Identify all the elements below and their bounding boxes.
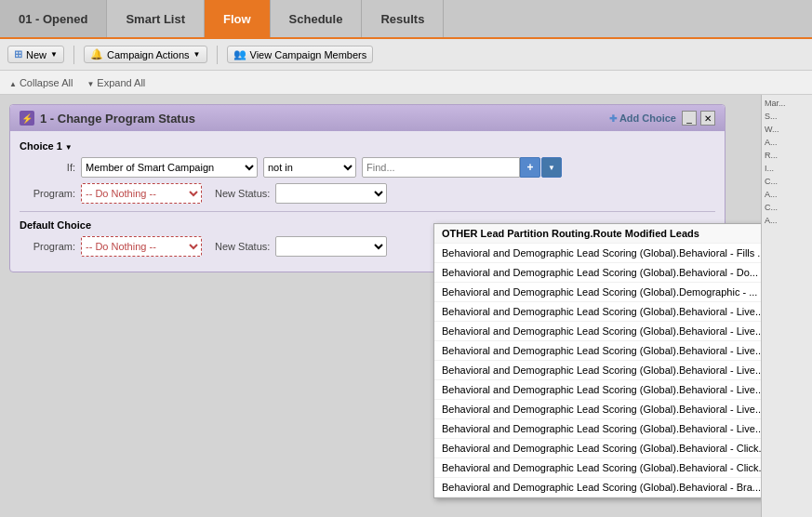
member-select[interactable]: Member of Smart Campaign bbox=[81, 157, 258, 178]
right-panel-item: A... bbox=[764, 136, 810, 149]
value-input[interactable] bbox=[362, 157, 520, 178]
toolbar: ⊞ New 🔔 Campaign Actions 👥 View Campaign… bbox=[0, 39, 812, 71]
dropdown-item[interactable]: Behavioral and Demographic Lead Scoring … bbox=[434, 400, 761, 419]
default-status-select[interactable] bbox=[275, 236, 387, 257]
add-choice-button[interactable]: Add Choice bbox=[609, 113, 676, 124]
campaign-actions-icon: 🔔 bbox=[90, 48, 103, 60]
dropdown-item[interactable]: Behavioral and Demographic Lead Scoring … bbox=[434, 478, 761, 497]
new-button[interactable]: ⊞ New bbox=[7, 46, 64, 63]
dropdown-item[interactable]: Behavioral and Demographic Lead Scoring … bbox=[434, 322, 761, 341]
view-members-icon: 👥 bbox=[233, 48, 246, 60]
choice1-program-row: Program: -- Do Nothing -- New Status: bbox=[20, 183, 715, 204]
condition-select[interactable]: not in bbox=[263, 157, 356, 178]
value-chevron-icon: ▼ bbox=[548, 164, 555, 172]
step-header: ⚡ 1 - Change Program Status Add Choice _… bbox=[10, 105, 725, 131]
value-dropdown-button[interactable]: ▼ bbox=[541, 157, 562, 178]
default-program-label: Program: bbox=[20, 241, 75, 252]
tab-flow[interactable]: Flow bbox=[205, 0, 271, 37]
dropdown-item[interactable]: Behavioral and Demographic Lead Scoring … bbox=[434, 263, 761, 283]
if-label: If: bbox=[20, 162, 75, 173]
main-content: ⚡ 1 - Change Program Status Add Choice _… bbox=[0, 95, 812, 517]
expand-icon bbox=[87, 77, 94, 88]
right-panel-item: W... bbox=[764, 123, 810, 136]
dropdown-overlay: OTHER Lead Partition Routing.Route Modif… bbox=[433, 223, 761, 498]
view-members-button[interactable]: 👥 View Campaign Members bbox=[227, 46, 374, 63]
default-program-select[interactable]: -- Do Nothing -- bbox=[81, 236, 202, 257]
dropdown-item[interactable]: Behavioral and Demographic Lead Scoring … bbox=[434, 458, 761, 478]
view-members-label: View Campaign Members bbox=[250, 49, 367, 60]
choice1-label: Choice 1 bbox=[20, 140, 715, 152]
step-close-button[interactable]: ✕ bbox=[700, 111, 715, 126]
expand-all-label: Expand All bbox=[97, 77, 145, 88]
tab-smartlist-label: Smart List bbox=[126, 12, 185, 26]
choice1-if-row: If: Member of Smart Campaign not in + ▼ bbox=[20, 157, 715, 178]
tab-opened[interactable]: 01 - Opened bbox=[0, 0, 107, 37]
toolbar-divider-2 bbox=[217, 46, 218, 64]
step-title: ⚡ 1 - Change Program Status bbox=[20, 111, 195, 126]
right-panel-item: I... bbox=[764, 162, 810, 175]
new-status-label: New Status: bbox=[207, 188, 270, 199]
dropdown-item[interactable]: Behavioral and Demographic Lead Scoring … bbox=[434, 361, 761, 380]
new-icon: ⊞ bbox=[14, 48, 22, 60]
dropdown-item[interactable]: Behavioral and Demographic Lead Scoring … bbox=[434, 283, 761, 302]
dropdown-item[interactable]: Behavioral and Demographic Lead Scoring … bbox=[434, 244, 761, 263]
value-plus-icon: + bbox=[526, 161, 533, 174]
add-choice-plus-icon bbox=[609, 113, 617, 124]
collapse-all-label: Collapse All bbox=[20, 77, 73, 88]
tab-schedule-label: Schedule bbox=[289, 12, 343, 26]
campaign-actions-label: Campaign Actions bbox=[107, 49, 190, 60]
campaign-actions-chevron-icon bbox=[193, 50, 201, 59]
collapse-icon bbox=[9, 77, 17, 88]
default-new-status-label: New Status: bbox=[207, 241, 270, 252]
step-icon: ⚡ bbox=[20, 111, 34, 126]
step-minimize-button[interactable]: _ bbox=[682, 111, 697, 126]
dropdown-item[interactable]: Behavioral and Demographic Lead Scoring … bbox=[434, 341, 761, 361]
tab-results-label: Results bbox=[380, 12, 424, 26]
add-choice-label: Add Choice bbox=[619, 113, 676, 124]
right-panel-item: S... bbox=[764, 110, 810, 123]
tab-results[interactable]: Results bbox=[362, 0, 444, 37]
right-panel-item: A... bbox=[764, 214, 810, 227]
right-panel-item: A... bbox=[764, 188, 810, 201]
top-nav: 01 - Opened Smart List Flow Schedule Res… bbox=[0, 0, 812, 39]
choice1-program-select[interactable]: -- Do Nothing -- bbox=[81, 183, 202, 204]
collapse-all-button[interactable]: Collapse All bbox=[9, 77, 73, 88]
step-title-text: 1 - Change Program Status bbox=[40, 112, 195, 126]
flow-canvas: ⚡ 1 - Change Program Status Add Choice _… bbox=[0, 95, 761, 517]
value-add-button[interactable]: + bbox=[520, 157, 540, 178]
dropdown-item[interactable]: Behavioral and Demographic Lead Scoring … bbox=[434, 302, 761, 322]
right-panel-item: R... bbox=[764, 149, 810, 162]
tab-flow-label: Flow bbox=[223, 12, 251, 26]
right-panel-item: C... bbox=[764, 175, 810, 188]
collapse-bar: Collapse All Expand All bbox=[0, 71, 812, 95]
value-container: + ▼ bbox=[362, 157, 562, 178]
tab-opened-label: 01 - Opened bbox=[19, 12, 87, 26]
toolbar-divider-1 bbox=[73, 46, 74, 64]
right-panel-item: C... bbox=[764, 201, 810, 214]
dropdown-item[interactable]: Behavioral and Demographic Lead Scoring … bbox=[434, 439, 761, 458]
expand-all-button[interactable]: Expand All bbox=[87, 77, 145, 88]
dropdown-item[interactable]: Behavioral and Demographic Lead Scoring … bbox=[434, 380, 761, 400]
new-label: New bbox=[26, 49, 47, 60]
right-panel: Mar...S...W...A...R...I...C...A...C...A.… bbox=[761, 95, 812, 517]
program-label: Program: bbox=[20, 188, 75, 199]
dropdown-item[interactable]: Behavioral and Demographic Lead Scoring … bbox=[434, 419, 761, 439]
choice1-label-text: Choice 1 bbox=[20, 140, 62, 152]
choice1-status-select[interactable] bbox=[275, 183, 387, 204]
tab-schedule[interactable]: Schedule bbox=[271, 0, 363, 37]
step-controls: _ ✕ bbox=[682, 111, 715, 126]
new-chevron-icon bbox=[50, 50, 58, 59]
campaign-actions-button[interactable]: 🔔 Campaign Actions bbox=[84, 46, 207, 63]
tab-smartlist[interactable]: Smart List bbox=[107, 0, 205, 37]
right-panel-item: Mar... bbox=[764, 97, 810, 110]
dropdown-item[interactable]: OTHER Lead Partition Routing.Route Modif… bbox=[434, 224, 761, 244]
choice1-chevron-icon bbox=[65, 140, 73, 152]
